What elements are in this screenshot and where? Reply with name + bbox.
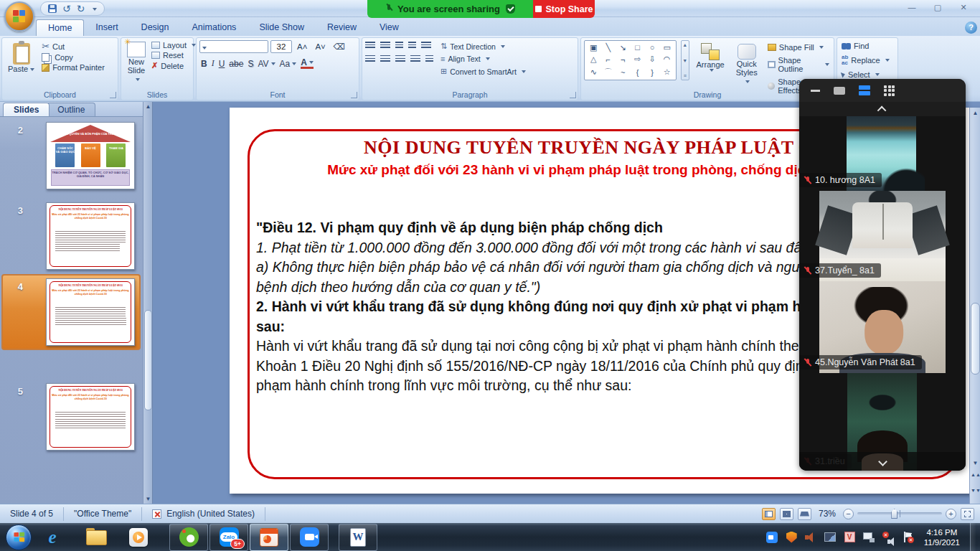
shape-fill-button[interactable]: Shape Fill	[766, 42, 831, 52]
redo-icon[interactable]: ↻	[77, 4, 85, 14]
down-arrow-shape-icon[interactable]: ⇩	[649, 55, 656, 64]
shapes-gallery-scrollbar[interactable]: ▲ ▼ ≡	[681, 40, 689, 80]
restore-button[interactable]: ▢	[928, 2, 947, 13]
font-dialog-launcher[interactable]	[351, 92, 357, 98]
clipboard-dialog-launcher[interactable]	[110, 92, 116, 98]
arrow-shape-icon[interactable]: ↘	[620, 43, 626, 52]
participant-video-1[interactable]: 10. hương 8A1	[799, 116, 966, 191]
start-button[interactable]	[6, 524, 32, 550]
media-player-button[interactable]	[123, 524, 154, 551]
justify-icon[interactable]	[410, 55, 420, 63]
align-left-icon[interactable]	[365, 55, 375, 63]
underline-button[interactable]: U	[219, 59, 225, 69]
elbow-connector-icon[interactable]: ⌐	[606, 55, 610, 64]
shapes-scroll-down-icon[interactable]: ▼	[682, 58, 687, 63]
tab-review[interactable]: Review	[316, 19, 368, 36]
tab-outline[interactable]: Outline	[47, 103, 95, 116]
collapse-strip-bar[interactable]	[799, 102, 966, 116]
arc-shape-icon[interactable]: ⌒	[604, 67, 612, 77]
cloud-shape-icon[interactable]: ◠	[664, 55, 671, 64]
arrange-button[interactable]: Arrange	[694, 40, 727, 88]
star-shape-icon[interactable]: ☆	[664, 67, 671, 77]
slides-panel-scrollbar[interactable]: ▲ ▼	[143, 102, 152, 504]
tray-volume-icon[interactable]	[805, 531, 817, 543]
zoom-out-button[interactable]: −	[843, 509, 854, 519]
next-slide-button[interactable]: ▼▼	[971, 488, 980, 501]
select-button[interactable]: Select	[840, 70, 895, 80]
curve-shape-icon[interactable]: ~	[621, 68, 625, 77]
shapes-scroll-up-icon[interactable]: ▲	[682, 42, 687, 47]
help-button[interactable]: ?	[965, 22, 977, 34]
taskbar-clock[interactable]: 4:16 PM 11/9/2021	[924, 527, 960, 547]
align-right-icon[interactable]	[395, 55, 405, 63]
panel-scroll-down-icon[interactable]: ▼	[144, 494, 152, 504]
rectangle-shape-icon[interactable]: □	[635, 43, 640, 52]
normal-view-button[interactable]	[762, 508, 776, 520]
copy-button[interactable]: Copy	[40, 52, 106, 62]
close-button[interactable]: ✕	[954, 2, 973, 13]
scroll-thumb[interactable]	[971, 303, 980, 375]
file-explorer-button[interactable]	[80, 524, 110, 551]
stop-share-button[interactable]: Stop Share	[533, 0, 595, 18]
tab-design[interactable]: Design	[130, 19, 181, 36]
qat-customize-icon[interactable]	[90, 4, 97, 14]
quick-styles-button[interactable]: Quick Styles	[732, 40, 762, 88]
gallery-strip-view-icon[interactable]	[859, 85, 870, 95]
participant-video-3[interactable]: 45.Nguyễn Văn Phát 8a1	[799, 281, 966, 373]
undo-icon[interactable]: ↺	[62, 4, 71, 14]
theme-name[interactable]: "Office Theme"	[64, 507, 142, 521]
tab-home[interactable]: Home	[36, 19, 84, 36]
scroll-up-icon[interactable]: ▲	[971, 108, 980, 118]
tray-security-shield-icon[interactable]	[786, 531, 798, 543]
grid-view-icon[interactable]	[884, 85, 895, 96]
numbering-icon[interactable]	[380, 42, 390, 50]
increase-indent-icon[interactable]	[408, 42, 416, 50]
zoom-in-button[interactable]: +	[946, 509, 956, 519]
font-name-combobox[interactable]	[199, 40, 268, 53]
tab-insert[interactable]: Insert	[84, 19, 129, 36]
rounded-rect-shape-icon[interactable]: ▭	[663, 43, 670, 52]
slide-3-thumbnail[interactable]: NỘI DUNG TUYÊN TRUYỀN NGÀY PHÁP LUẬT 09/…	[46, 202, 135, 270]
tray-action-center-icon[interactable]: ✕	[902, 531, 914, 543]
triangle-shape-icon[interactable]: △	[590, 55, 596, 64]
columns-icon[interactable]	[425, 55, 433, 63]
text-shadow-button[interactable]: S	[248, 59, 253, 69]
zoom-slider-handle[interactable]	[891, 509, 897, 519]
reset-button[interactable]: Reset	[150, 50, 197, 60]
scroll-down-icon[interactable]: ▼	[971, 458, 980, 468]
coccoc-browser-button[interactable]	[169, 524, 208, 551]
slide-5-thumbnail[interactable]: NỘI DUNG TUYÊN TRUYỀN NGÀY PHÁP LUẬT 09/…	[46, 383, 135, 451]
tab-slide-show[interactable]: Slide Show	[248, 19, 316, 36]
shape-outline-button[interactable]: Shape Outline	[766, 55, 831, 74]
strikethrough-button[interactable]: abe	[229, 59, 243, 69]
shapes-gallery[interactable]: ▣ ╲ ↘ □ ○ ▭ △ ⌐ ¬ ⇨ ⇩ ◠ ∿ ⌒ ~ { } ☆	[584, 40, 677, 80]
right-brace-shape-icon[interactable]: }	[651, 68, 654, 77]
elbow-arrow-icon[interactable]: ¬	[621, 55, 625, 64]
decrease-indent-icon[interactable]	[395, 42, 403, 50]
speaker-view-icon[interactable]	[834, 87, 845, 95]
zoom-slider-track[interactable]	[857, 512, 942, 515]
delete-button[interactable]: ✗Delete	[150, 60, 197, 71]
slide-2-thumbnail[interactable]: CÁC QUYỀN VÀ BỔN PHẬN CỦA TRẺ EM CHĂM SÓ…	[46, 122, 135, 189]
cut-button[interactable]: ✂Cut	[40, 40, 106, 52]
font-size-combobox[interactable]: 32	[270, 40, 292, 53]
document-scrollbar[interactable]: ▲ ▼ ▲▲ ▼▼	[969, 108, 980, 504]
scribble-shape-icon[interactable]: ∿	[590, 67, 597, 77]
internet-explorer-button[interactable]: e	[37, 524, 67, 551]
grow-font-button[interactable]: A˄	[294, 42, 310, 52]
panel-scroll-thumb[interactable]	[144, 310, 152, 410]
find-button[interactable]: Find	[840, 41, 895, 51]
save-icon[interactable]	[48, 4, 57, 13]
panel-scroll-up-icon[interactable]: ▲	[144, 102, 152, 111]
oval-shape-icon[interactable]: ○	[650, 43, 655, 52]
format-painter-button[interactable]: Format Painter	[40, 62, 106, 72]
tray-vietkey-icon[interactable]: V	[844, 531, 856, 543]
fit-to-window-button[interactable]	[961, 508, 974, 520]
tray-network-icon[interactable]	[863, 531, 875, 543]
show-desktop-button[interactable]	[970, 523, 976, 551]
paste-button[interactable]: Paste	[5, 40, 37, 88]
clear-formatting-button[interactable]: ⌫	[331, 41, 348, 52]
tray-audio-muted-icon[interactable]: ✕	[882, 531, 895, 543]
tray-display-icon[interactable]	[824, 531, 837, 543]
italic-button[interactable]: I	[212, 58, 215, 69]
